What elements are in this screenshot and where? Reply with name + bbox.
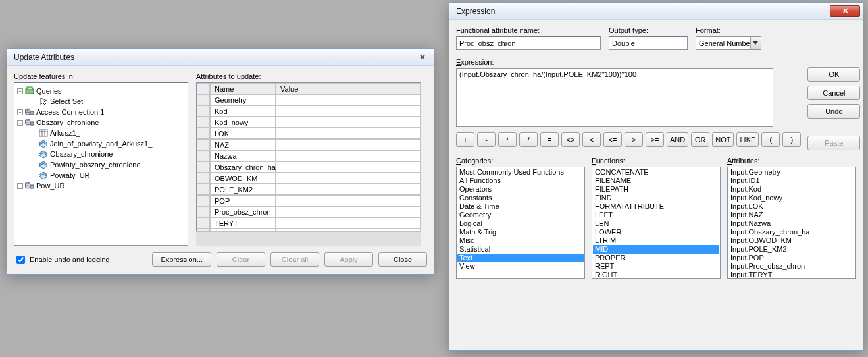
list-item[interactable]: Input.NAZ [728,211,855,219]
list-item[interactable]: FORMATATTRIBUTE [593,202,719,211]
list-item[interactable]: Input.TERYT [728,271,855,279]
cell-value[interactable] [276,128,421,139]
cell-value[interactable] [276,94,421,105]
table-row[interactable]: Nazwa [197,150,421,161]
list-item[interactable]: Constants [457,194,584,202]
tree-item[interactable]: Powiaty_obszary_chronione [14,159,188,170]
tree-item[interactable]: +Access Connection 1 [14,107,188,117]
list-item[interactable]: Input.POLE_KM2 [728,245,855,254]
list-item[interactable]: FILENAME [593,177,719,185]
table-row[interactable]: LOK [197,128,421,139]
list-item[interactable]: Input.Nazwa [728,219,855,228]
cell-value[interactable] [276,173,421,184]
features-tree[interactable]: +QueriesSelect Set+Access Connection 1-O… [14,82,188,246]
tree-item[interactable]: -Obszary_chronione [14,117,188,128]
expression-textarea[interactable] [456,68,773,127]
list-item[interactable]: LOWER [593,228,719,236]
table-row[interactable]: NAZ [197,139,421,150]
table-row[interactable]: POLE_KM2 [197,184,421,195]
list-item[interactable]: Geometry [457,211,584,219]
close-button[interactable]: Close [378,252,427,267]
list-item[interactable]: Input.Obszary_chron_ha [728,228,855,236]
paste-button[interactable]: Paste [807,136,860,150]
expand-icon[interactable]: - [17,120,23,126]
operator-or-button[interactable]: OR [691,132,709,147]
clear-all-button[interactable]: Clear all [270,252,319,267]
tree-item[interactable]: +Pow_UR [14,180,188,191]
list-item[interactable]: Most Commonly Used Functions [457,168,584,177]
list-item[interactable]: Text [457,254,584,262]
table-row[interactable]: Proc_obsz_chron [197,206,421,217]
apply-button[interactable]: Apply [324,252,373,267]
list-item[interactable]: Date & Time [457,202,584,211]
operator--button[interactable]: < [582,132,601,147]
operator--button[interactable]: <= [603,132,622,147]
list-item[interactable]: Input.OBWOD_KM [728,236,855,245]
operator--button[interactable]: - [477,132,496,147]
table-row[interactable]: Geometry [197,94,421,105]
operator--button[interactable]: * [498,132,517,147]
list-item[interactable]: Input.ID1 [728,177,855,185]
operator-and-button[interactable]: AND [667,132,688,147]
list-item[interactable]: Input.Kod_nowy [728,194,855,202]
update-attributes-titlebar[interactable]: Update Attributes ✕ [7,49,434,66]
table-row[interactable]: OBWOD_KM [197,173,421,184]
list-item[interactable]: FILEPATH [593,185,719,194]
clear-button[interactable]: Clear [217,252,265,267]
cell-value[interactable] [276,150,421,161]
tree-item[interactable]: Join_of_powiaty_and_Arkusz1_ [14,138,188,149]
list-item[interactable]: Statistical [457,245,584,254]
list-item[interactable]: CONCATENATE [593,168,719,177]
list-item[interactable]: Input.Kod [728,185,855,194]
list-item[interactable]: MID [593,245,719,254]
attributes-list[interactable]: Input.GeometryInput.ID1Input.KodInput.Ko… [727,167,856,279]
list-item[interactable]: LEN [593,219,719,228]
operator--button[interactable]: >= [646,132,664,147]
expression-button[interactable]: Expression... [152,252,211,267]
tree-item[interactable]: Powiaty_UR [14,170,188,180]
cell-value[interactable] [276,105,421,117]
operator--button[interactable]: > [625,132,643,147]
list-item[interactable]: View [457,262,584,271]
cell-value[interactable] [276,184,421,195]
column-header-name[interactable]: Name [210,83,276,94]
functions-list[interactable]: CONCATENATEFILENAMEFILEPATHFINDFORMATATT… [592,167,721,279]
table-row[interactable]: Kod_nowy [197,117,421,128]
list-item[interactable]: REPT [593,262,719,271]
operator--button[interactable]: ( [761,132,780,147]
cell-value[interactable] [276,217,421,229]
list-item[interactable]: All Functions [457,177,584,185]
table-row[interactable]: Kod [197,105,421,117]
table-row[interactable]: POP [197,195,421,206]
close-button-red[interactable]: ✕ [830,5,860,17]
format-combo[interactable]: General Numbe [696,36,761,50]
cell-value[interactable] [276,117,421,128]
tree-item[interactable]: +Queries [14,86,188,96]
list-item[interactable]: LEFT [593,211,719,219]
list-item[interactable]: Input.POP [728,254,855,262]
undo-checkbox-row[interactable]: Enable undo and logging [14,254,110,266]
undo-checkbox[interactable] [16,256,25,264]
expand-icon[interactable]: + [17,109,23,115]
operator--button[interactable]: / [519,132,538,147]
list-item[interactable]: Logical [457,219,584,228]
operator--button[interactable]: <> [561,132,580,147]
expand-icon[interactable]: + [17,88,23,94]
tree-item[interactable]: Select Set [14,96,188,107]
output-type-input[interactable] [609,36,688,50]
cell-value[interactable] [276,206,421,217]
list-item[interactable]: Input.Geometry [728,168,855,177]
list-item[interactable]: PROPER [593,254,719,262]
operator-like-button[interactable]: LIKE [736,132,759,147]
table-row[interactable]: Obszary_chron_ha [197,161,421,173]
close-icon[interactable]: ✕ [414,51,431,63]
expand-icon[interactable]: + [17,183,23,189]
list-item[interactable]: LTRIM [593,236,719,245]
operator--button[interactable]: + [456,132,474,147]
ok-button[interactable]: OK [807,67,860,82]
undo-button[interactable]: Undo [807,104,860,119]
cell-value[interactable] [276,139,421,150]
operator--button[interactable]: ) [782,132,801,147]
operator-not-button[interactable]: NOT [712,132,734,147]
column-header-value[interactable]: Value [276,83,421,94]
